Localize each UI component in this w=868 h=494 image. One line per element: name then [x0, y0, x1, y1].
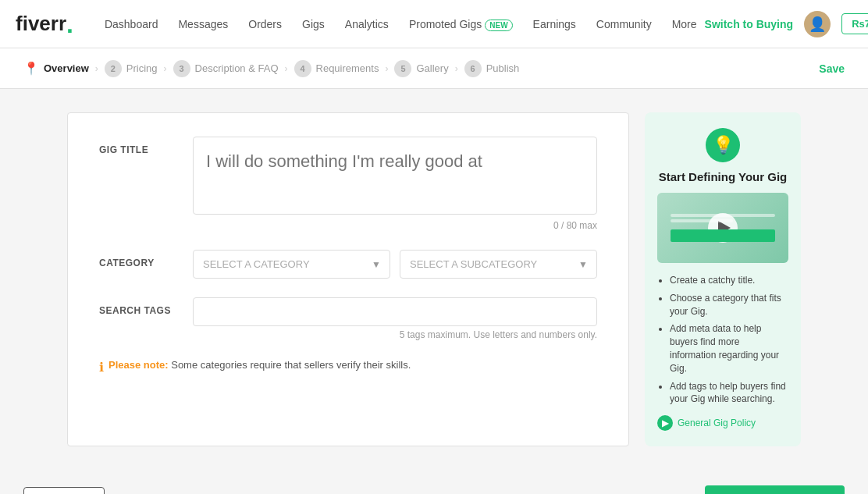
breadcrumb-save-button[interactable]: Save — [819, 62, 845, 75]
main-content: GIG TITLE 0 / 80 max CATEGORY SELECT A C… — [44, 89, 824, 470]
breadcrumb-step-gallery[interactable]: 5 Gallery — [394, 60, 448, 77]
gig-title-input[interactable] — [193, 137, 597, 215]
nav-community[interactable]: Community — [589, 12, 660, 37]
avatar[interactable]: 👤 — [804, 11, 831, 37]
search-tags-input[interactable] — [193, 297, 597, 326]
nav-promoted-gigs[interactable]: Promoted GigsNEW — [401, 12, 521, 37]
info-card-icon-wrapper: 💡 — [657, 128, 788, 162]
note-warning-icon: ℹ — [99, 360, 104, 375]
save-continue-button[interactable]: Save & Continue — [705, 485, 845, 494]
nav-messages[interactable]: Messages — [170, 12, 236, 37]
step-requirements-label: Requirements — [316, 62, 379, 74]
tags-hint: 5 tags maximum. Use letters and numbers … — [193, 329, 597, 340]
note-label: Please note: — [108, 359, 169, 371]
breadcrumb-step-overview[interactable]: 📍 Overview — [23, 61, 89, 76]
nav-more[interactable]: More — [664, 12, 705, 37]
breadcrumb-step-description[interactable]: 3 Description & FAQ — [173, 60, 279, 77]
info-card: 💡 Start Defining Your Gig Create a catch — [645, 112, 801, 446]
category-field: SELECT A CATEGORY ▼ SELECT A SUBCATEGORY… — [193, 250, 597, 279]
breadcrumb-step-pricing[interactable]: 2 Pricing — [105, 60, 158, 77]
overview-icon: 📍 — [23, 61, 39, 76]
video-lines — [671, 214, 775, 225]
search-tags-row: SEARCH TAGS 5 tags maximum. Use letters … — [99, 297, 597, 340]
note-text: Please note: Some categories require tha… — [108, 359, 411, 371]
logo[interactable]: fiverr. — [16, 12, 73, 37]
category-row: CATEGORY SELECT A CATEGORY ▼ SELECT A SU… — [99, 250, 597, 279]
step-num-6: 6 — [464, 60, 482, 77]
tip-2: Choose a category that fits your Gig. — [670, 292, 788, 318]
tip-4: Add tags to help buyers find your Gig wh… — [670, 380, 788, 407]
category-selects: SELECT A CATEGORY ▼ SELECT A SUBCATEGORY… — [193, 250, 597, 279]
video-green-bar — [671, 229, 775, 242]
nav-right: Switch to Buying 👤 Rs7,293.32 — [705, 11, 868, 37]
tip-1: Create a catchy title. — [670, 274, 788, 287]
nav-dashboard[interactable]: Dashboard — [97, 12, 166, 37]
sep-1: › — [95, 63, 98, 74]
nav-earnings[interactable]: Earnings — [525, 12, 584, 37]
nav-links: Dashboard Messages Orders Gigs Analytics… — [97, 12, 705, 37]
form-card: GIG TITLE 0 / 80 max CATEGORY SELECT A C… — [67, 112, 629, 446]
step-overview-label: Overview — [44, 62, 89, 74]
sep-3: › — [285, 63, 288, 74]
nav-orders[interactable]: Orders — [240, 12, 290, 37]
please-note: ℹ Please note: Some categories require t… — [99, 359, 597, 375]
tip-3: Add meta data to help buyers find more i… — [670, 322, 788, 375]
subcategory-select-wrapper: SELECT A SUBCATEGORY ▼ — [400, 250, 597, 279]
step-num-3: 3 — [173, 60, 190, 77]
category-select[interactable]: SELECT A CATEGORY — [193, 250, 390, 279]
sep-2: › — [164, 63, 167, 74]
sep-5: › — [455, 63, 458, 74]
breadcrumb-step-publish[interactable]: 6 Publish — [464, 60, 520, 77]
step-description-label: Description & FAQ — [195, 62, 279, 74]
note-body: Some categories require that sellers ver… — [171, 359, 411, 371]
info-card-title: Start Defining Your Gig — [657, 170, 788, 183]
video-thumbnail[interactable] — [657, 193, 788, 263]
char-count: 0 / 80 max — [193, 220, 597, 231]
logo-dot: . — [66, 12, 73, 37]
category-label: CATEGORY — [99, 250, 193, 268]
policy-link-text: General Gig Policy — [678, 418, 756, 428]
video-line-2 — [671, 219, 734, 222]
step-num-2: 2 — [105, 60, 122, 77]
logo-text: fiverr — [16, 12, 66, 36]
info-tips-list: Create a catchy title. Choose a category… — [657, 274, 788, 406]
breadcrumb-steps: 📍 Overview › 2 Pricing › 3 Description &… — [23, 60, 819, 77]
gig-title-field: 0 / 80 max — [193, 137, 597, 231]
sidebar-panel: 💡 Start Defining Your Gig Create a catch — [645, 112, 801, 446]
policy-link[interactable]: ▶ General Gig Policy — [657, 415, 788, 431]
subcategory-select[interactable]: SELECT A SUBCATEGORY — [400, 250, 597, 279]
step-gallery-label: Gallery — [416, 62, 448, 74]
nav-analytics[interactable]: Analytics — [337, 12, 397, 37]
bottom-actions: Cancel Save & Continue — [0, 470, 868, 494]
search-tags-label: SEARCH TAGS — [99, 297, 193, 316]
bulb-icon: 💡 — [706, 128, 740, 162]
video-line-1 — [671, 214, 775, 217]
breadcrumb-step-requirements[interactable]: 4 Requirements — [294, 60, 379, 77]
step-pricing-label: Pricing — [126, 62, 158, 74]
sep-4: › — [385, 63, 388, 74]
switch-buying-button[interactable]: Switch to Buying — [705, 18, 794, 30]
nav-gigs[interactable]: Gigs — [294, 12, 333, 37]
policy-icon: ▶ — [657, 415, 673, 431]
gig-title-row: GIG TITLE 0 / 80 max — [99, 137, 597, 231]
video-content — [657, 214, 788, 242]
cancel-button[interactable]: Cancel — [23, 487, 105, 494]
step-num-5: 5 — [394, 60, 411, 77]
category-select-wrapper: SELECT A CATEGORY ▼ — [193, 250, 390, 279]
breadcrumb-bar: 📍 Overview › 2 Pricing › 3 Description &… — [0, 48, 868, 89]
search-tags-field: 5 tags maximum. Use letters and numbers … — [193, 297, 597, 340]
balance-button[interactable]: Rs7,293.32 — [841, 13, 868, 34]
navbar: fiverr. Dashboard Messages Orders Gigs A… — [0, 0, 868, 48]
promoted-gigs-badge: NEW — [485, 20, 512, 31]
gig-title-label: GIG TITLE — [99, 137, 193, 155]
step-publish-label: Publish — [486, 62, 520, 74]
step-num-4: 4 — [294, 60, 311, 77]
